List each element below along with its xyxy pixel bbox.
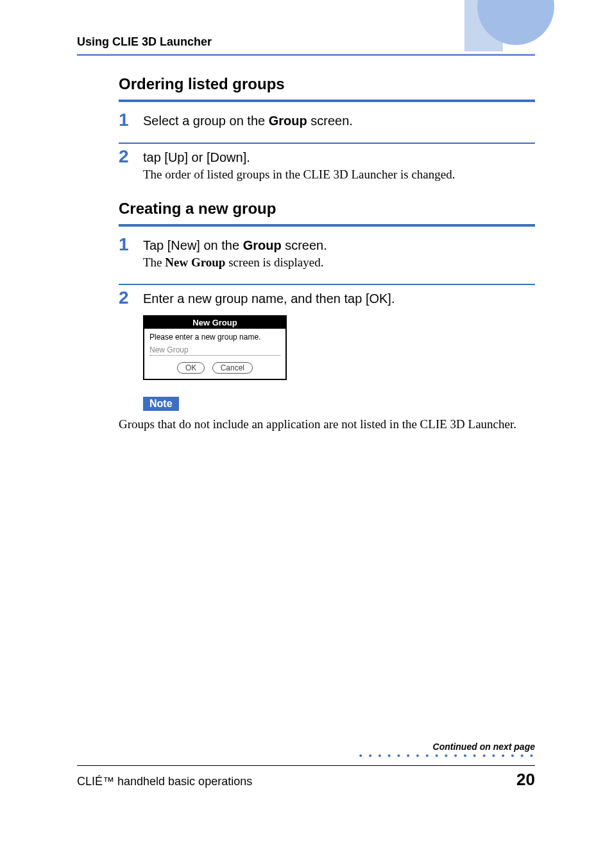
step-number: 1 [119,234,129,255]
new-group-dialog: New Group Please enter a new group name.… [143,315,287,380]
step-sub-text: screen is displayed. [225,256,323,269]
step-subtext: The order of listed groups in the CLIE 3… [143,168,535,182]
creating-step-2: 2 Enter a new group name, and then tap [… [119,291,535,306]
footer-title: CLIÉ™ handheld basic operations [77,775,252,788]
step-head: Tap [New] on the Group screen. [143,238,327,252]
step-sub-text: The [143,256,165,269]
step-number: 2 [119,288,129,308]
step-rule [119,284,535,285]
dialog-input[interactable]: New Group [149,345,280,356]
step-subtext: The New Group screen is displayed. [143,256,535,270]
note-text: Groups that do not include an applicatio… [119,416,535,433]
page-number: 20 [516,770,535,790]
ordering-step-2: 2 tap [Up] or [Down]. The order of liste… [119,150,535,182]
step-bold: Group [269,114,307,128]
step-number: 2 [119,146,129,167]
running-header: Using CLIE 3D Launcher [77,35,535,49]
step-text: Select a group on the [143,114,269,128]
step-head: tap [Up] or [Down]. [143,150,250,164]
note-label: Note [143,397,179,411]
step-sub-bold: New Group [165,256,225,269]
dialog-title: New Group [144,317,285,329]
step-text: Tap [New] on the [143,238,243,252]
step-text: screen. [307,114,353,128]
cancel-button[interactable]: Cancel [212,362,253,374]
continued-indicator: Continued on next page • • • • • • • • •… [359,742,535,758]
step-rule [119,143,535,144]
step-head: Select a group on the Group screen. [143,114,353,128]
step-head: Enter a new group name, and then tap [OK… [143,291,395,306]
creating-step-1: 1 Tap [New] on the Group screen. The New… [119,238,535,270]
step-text: screen. [282,238,327,252]
page-footer: CLIÉ™ handheld basic operations 20 [77,765,535,790]
section-title-creating: Creating a new group [119,200,535,218]
ordering-step-1: 1 Select a group on the Group screen. [119,114,535,128]
section-title-ordering: Ordering listed groups [119,75,535,93]
step-bold: Group [243,238,282,252]
continued-dots: • • • • • • • • • • • • • • • • • • • [359,754,535,758]
section-rule [119,100,535,102]
step-number: 1 [119,110,129,130]
ok-button[interactable]: OK [177,362,205,374]
section-rule [119,224,535,227]
dialog-prompt: Please enter a new group name. [149,333,280,342]
